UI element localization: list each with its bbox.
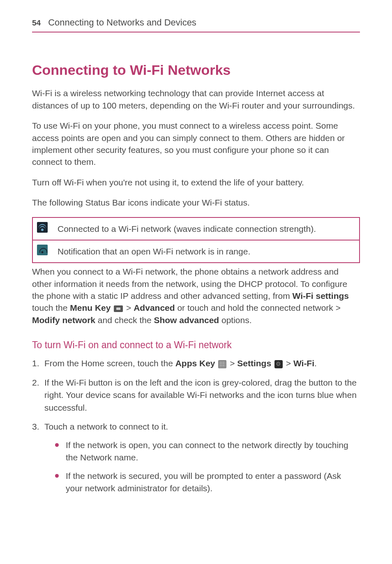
table-row: Connected to a Wi-Fi network (waves indi… xyxy=(32,217,360,240)
list-item: From the Home screen, touch the Apps Key… xyxy=(32,357,360,370)
settings-icon xyxy=(274,360,283,368)
list-item: If the network is open, you can connect … xyxy=(55,439,360,464)
wifi-open-network-icon xyxy=(37,245,48,255)
section-title: Connecting to Networks and Devices xyxy=(48,16,196,29)
intro-paragraph-1: Wi-Fi is a wireless networking technolog… xyxy=(32,87,360,111)
text-fragment: options. xyxy=(219,315,251,325)
apps-key-label: Apps Key xyxy=(175,358,215,368)
modify-network-label: Modify network xyxy=(32,315,95,325)
intro-paragraph-2: To use Wi-Fi on your phone, you must con… xyxy=(32,120,360,168)
advanced-label: Advanced xyxy=(134,303,175,312)
icon-cell xyxy=(32,217,53,240)
sub-heading: To turn Wi-Fi on and connect to a Wi-Fi … xyxy=(32,338,360,351)
text-fragment: From the Home screen, touch the xyxy=(44,358,175,368)
settings-label: Settings xyxy=(237,358,271,368)
icon-cell xyxy=(32,240,53,263)
text-fragment: . xyxy=(314,358,317,368)
text-fragment: and check the xyxy=(95,315,154,325)
wifi-connected-icon xyxy=(37,222,48,233)
dhcp-paragraph: When you connect to a Wi-Fi network, the… xyxy=(32,266,360,326)
page-header: 54 Connecting to Networks and Devices xyxy=(32,16,360,32)
intro-paragraph-4: The following Status Bar icons indicate … xyxy=(32,196,360,208)
text-fragment: > xyxy=(124,303,134,312)
main-heading: Connecting to Wi-Fi Networks xyxy=(32,60,360,80)
text-fragment: or touch and hold the connected network … xyxy=(175,303,341,312)
show-advanced-label: Show advanced xyxy=(154,315,219,325)
list-item: Touch a network to connect to it. If the… xyxy=(32,421,360,495)
page-number: 54 xyxy=(32,18,41,29)
steps-list: From the Home screen, touch the Apps Key… xyxy=(32,357,360,495)
icon-description: Connected to a Wi-Fi network (waves indi… xyxy=(53,217,360,240)
menu-key-icon xyxy=(114,305,123,312)
wifi-label: Wi-Fi xyxy=(293,358,314,368)
intro-paragraph-3: Turn off Wi-Fi when you're not using it,… xyxy=(32,176,360,188)
wifi-settings-label: Wi-Fi settings xyxy=(293,291,349,300)
menu-key-label: Menu Key xyxy=(70,303,111,312)
text-fragment: > xyxy=(227,358,237,368)
apps-key-icon xyxy=(218,360,226,368)
text-fragment: touch the xyxy=(32,303,70,312)
table-row: Notification that an open Wi-Fi network … xyxy=(32,240,360,263)
icon-description: Notification that an open Wi-Fi network … xyxy=(53,240,360,263)
text-fragment: > xyxy=(284,358,293,368)
step-text: Touch a network to connect to it. xyxy=(44,422,168,431)
list-item: If the Wi-Fi button is on the left and t… xyxy=(32,377,360,414)
sub-bullets: If the network is open, you can connect … xyxy=(44,439,360,495)
list-item: If the network is secured, you will be p… xyxy=(55,470,360,495)
status-icon-table: Connected to a Wi-Fi network (waves indi… xyxy=(32,217,360,264)
